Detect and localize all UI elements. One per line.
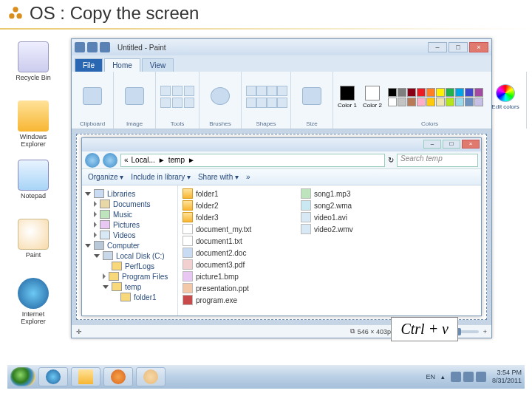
- paint-canvas-area: – □ × « Local... ► temp: [72, 129, 491, 324]
- desktop: Recycle BinWindows ExplorerNotepadPaintI…: [7, 34, 525, 389]
- ex-minimize-button[interactable]: –: [423, 140, 441, 149]
- logo-icon: [7, 5, 24, 21]
- maximize-button[interactable]: □: [449, 42, 468, 52]
- explorer-toolbar: Organize ▾ Include in library ▾ Share wi…: [82, 169, 481, 185]
- nav-item[interactable]: Videos: [85, 230, 174, 240]
- file-item[interactable]: video2.wmv: [301, 224, 404, 234]
- explorer-nav-tree[interactable]: LibrariesDocumentsMusicPicturesVideosCom…: [82, 185, 178, 316]
- qat-save-icon[interactable]: [75, 42, 85, 52]
- share-menu[interactable]: Share with ▾: [198, 173, 239, 181]
- nav-item[interactable]: temp: [85, 282, 174, 292]
- paint-window: Untitled - Paint – □ × File Home View Cl…: [71, 38, 492, 338]
- ribbon-tabs: File Home View: [72, 55, 491, 72]
- breadcrumb[interactable]: « Local... ► temp ►: [120, 154, 385, 167]
- select-button[interactable]: [118, 87, 151, 106]
- explorer-file-list[interactable]: folder1folder2folder3document_my.txtdocu…: [178, 185, 481, 316]
- nav-item[interactable]: PerfLogs: [85, 261, 174, 271]
- back-button[interactable]: [85, 153, 100, 168]
- file-item[interactable]: document2.doc: [183, 248, 286, 258]
- taskbar-ie[interactable]: [38, 367, 68, 386]
- ex-maximize-button[interactable]: □: [443, 140, 460, 149]
- nav-item[interactable]: Local Disk (C:): [85, 250, 174, 261]
- nav-item[interactable]: Documents: [85, 199, 174, 209]
- clock[interactable]: 3:54 PM 8/31/2011: [492, 369, 522, 385]
- taskbar-paint[interactable]: [136, 367, 166, 386]
- taskbar[interactable]: EN ▴ 3:54 PM 8/31/2011: [7, 365, 525, 389]
- zoom-in-icon[interactable]: +: [483, 328, 487, 335]
- include-menu[interactable]: Include in library ▾: [131, 173, 191, 181]
- svg-point-0: [13, 7, 18, 12]
- size-button[interactable]: [296, 87, 328, 106]
- file-item[interactable]: document3.pdf: [183, 259, 286, 270]
- color2-button[interactable]: Color 2: [363, 86, 382, 109]
- nav-item[interactable]: folder1: [85, 292, 174, 302]
- desktop-icon-explorer[interactable]: Windows Explorer: [11, 100, 55, 148]
- file-item[interactable]: document1.txt: [183, 236, 286, 246]
- slide: OS : Copy the screen Recycle BinWindows …: [0, 0, 532, 399]
- file-item[interactable]: program.exe: [183, 295, 286, 305]
- paint-canvas[interactable]: – □ × « Local... ► temp: [76, 134, 487, 320]
- tab-file[interactable]: File: [75, 58, 103, 72]
- qat-redo-icon[interactable]: [100, 42, 110, 52]
- lang-indicator[interactable]: EN: [426, 373, 435, 381]
- qat-undo-icon[interactable]: [87, 42, 98, 52]
- shortcut-callout: Ctrl + v: [391, 317, 458, 341]
- desktop-icon-paint[interactable]: Paint: [11, 219, 55, 259]
- file-item[interactable]: video1.avi: [301, 212, 404, 222]
- file-item[interactable]: document_my.txt: [183, 224, 286, 234]
- nav-item[interactable]: Libraries: [85, 188, 174, 199]
- svg-point-2: [16, 13, 21, 18]
- file-item[interactable]: presentation.ppt: [183, 283, 286, 293]
- nav-item[interactable]: Music: [85, 209, 174, 219]
- taskbar-media[interactable]: [103, 367, 133, 386]
- tray-icons[interactable]: [451, 372, 486, 382]
- file-item[interactable]: folder2: [183, 200, 286, 211]
- explorer-address-bar: « Local... ► temp ► ↻ Search temp: [82, 151, 481, 169]
- group-tools: Tools: [156, 72, 200, 129]
- file-item[interactable]: song2.wma: [301, 200, 404, 211]
- taskbar-explorer[interactable]: [71, 367, 100, 386]
- page-title: OS : Copy the screen: [30, 3, 199, 24]
- nav-item[interactable]: Computer: [85, 240, 174, 250]
- system-tray: EN ▴ 3:54 PM 8/31/2011: [426, 369, 522, 385]
- desktop-icon-notepad[interactable]: Notepad: [11, 160, 55, 200]
- more-menu[interactable]: »: [246, 173, 250, 181]
- color1-button[interactable]: Color 1: [338, 86, 357, 109]
- group-brushes: Brushes: [200, 72, 242, 129]
- color-palette[interactable]: [388, 88, 483, 106]
- group-shapes: Shapes: [242, 72, 291, 129]
- tools-grid[interactable]: [160, 86, 194, 108]
- group-clipboard: Clipboard: [72, 72, 114, 129]
- nav-item[interactable]: Pictures: [85, 219, 174, 230]
- paste-button[interactable]: [76, 87, 109, 106]
- minimize-button[interactable]: –: [428, 42, 447, 52]
- dimensions-icon: ⧉: [350, 327, 355, 335]
- brushes-button[interactable]: [204, 87, 236, 106]
- explorer-titlebar[interactable]: – □ ×: [82, 138, 481, 151]
- organize-menu[interactable]: Organize ▾: [88, 173, 123, 181]
- file-item[interactable]: picture1.bmp: [183, 271, 286, 282]
- explorer-body: LibrariesDocumentsMusicPicturesVideosCom…: [82, 185, 481, 316]
- edit-colors-button[interactable]: Edit colors: [489, 84, 522, 110]
- file-item[interactable]: folder3: [183, 212, 286, 222]
- cursor-pos-icon: ✛: [76, 328, 82, 335]
- paint-titlebar[interactable]: Untitled - Paint – □ ×: [72, 39, 491, 55]
- file-item[interactable]: song1.mp3: [301, 188, 404, 199]
- close-button[interactable]: ×: [469, 42, 488, 52]
- desktop-icon-recycle[interactable]: Recycle Bin: [11, 41, 55, 81]
- tray-expand-icon[interactable]: ▴: [441, 373, 445, 381]
- tab-home[interactable]: Home: [104, 58, 140, 72]
- shapes-grid[interactable]: [246, 86, 286, 108]
- forward-button[interactable]: [103, 153, 117, 168]
- start-button[interactable]: [10, 367, 35, 386]
- search-input[interactable]: Search temp: [397, 154, 478, 167]
- svg-point-1: [9, 13, 14, 18]
- file-item[interactable]: folder1: [183, 188, 286, 199]
- group-size: Size: [291, 72, 333, 129]
- tab-view[interactable]: View: [142, 58, 174, 72]
- desktop-icon-ie[interactable]: Internet Explorer: [11, 278, 55, 325]
- nav-item[interactable]: Program Files: [85, 271, 174, 282]
- ex-close-button[interactable]: ×: [462, 140, 480, 149]
- explorer-window: – □ × « Local... ► temp: [81, 137, 482, 316]
- refresh-icon[interactable]: ↻: [388, 156, 394, 164]
